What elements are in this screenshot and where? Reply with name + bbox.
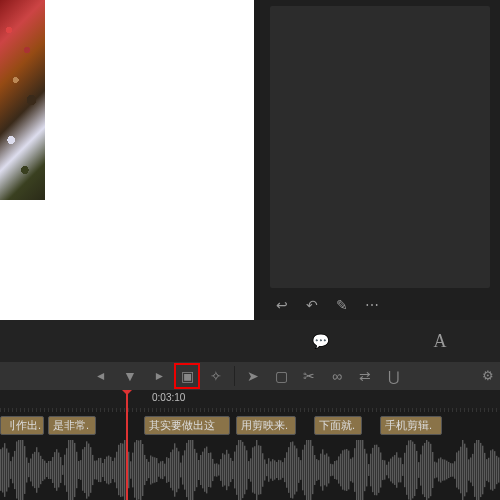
svg-rect-222: [404, 453, 405, 487]
svg-rect-96: [152, 457, 153, 484]
edit-icon[interactable]: ✎: [334, 297, 350, 313]
svg-rect-198: [356, 440, 357, 500]
undo-icon[interactable]: ↶: [304, 297, 320, 313]
svg-rect-269: [498, 457, 499, 482]
svg-rect-104: [168, 458, 169, 482]
svg-rect-49: [58, 453, 59, 488]
svg-rect-217: [394, 455, 395, 485]
cut-icon[interactable]: ✂: [297, 364, 321, 388]
svg-rect-78: [116, 452, 117, 488]
svg-rect-250: [460, 447, 461, 494]
audio-waveform[interactable]: [0, 440, 500, 500]
svg-rect-119: [198, 460, 199, 480]
clip-segment[interactable]: 其实要做出这: [144, 416, 230, 435]
svg-rect-132: [224, 455, 225, 486]
svg-rect-52: [64, 455, 65, 486]
svg-rect-191: [342, 450, 343, 489]
svg-rect-245: [450, 463, 451, 477]
svg-rect-87: [134, 442, 135, 497]
clip-segment[interactable]: 下面就.: [314, 416, 362, 435]
clip-segment[interactable]: 刂作出.: [0, 416, 44, 435]
svg-rect-124: [208, 453, 209, 487]
svg-rect-183: [326, 453, 327, 486]
svg-rect-156: [272, 459, 273, 481]
crop-icon[interactable]: ▢: [269, 364, 293, 388]
svg-rect-90: [140, 440, 141, 500]
svg-rect-203: [366, 454, 367, 487]
comment-icon[interactable]: 💬: [312, 333, 328, 349]
timeline-ruler[interactable]: [0, 408, 500, 412]
svg-rect-113: [186, 443, 187, 497]
text-tool-icon[interactable]: A: [432, 333, 448, 349]
svg-rect-107: [174, 443, 175, 496]
svg-rect-80: [120, 443, 121, 497]
svg-rect-224: [408, 440, 409, 499]
swap-icon[interactable]: ⇄: [353, 364, 377, 388]
svg-rect-263: [486, 459, 487, 481]
svg-rect-57: [74, 443, 75, 497]
return-icon[interactable]: ↩: [274, 297, 290, 313]
properties-panel[interactable]: [270, 6, 490, 288]
svg-rect-159: [278, 460, 279, 480]
svg-rect-236: [432, 452, 433, 488]
svg-rect-24: [8, 453, 9, 488]
svg-rect-197: [354, 448, 355, 492]
svg-rect-75: [110, 457, 111, 483]
svg-rect-195: [350, 459, 351, 482]
svg-rect-30: [20, 440, 21, 500]
wand-icon[interactable]: ✧: [204, 364, 228, 388]
svg-rect-40: [40, 456, 41, 484]
svg-rect-249: [458, 451, 459, 490]
prev-marker-icon[interactable]: ▾: [90, 364, 114, 388]
svg-rect-139: [238, 440, 239, 500]
svg-rect-135: [230, 458, 231, 482]
next-marker-icon[interactable]: ▾: [146, 364, 170, 388]
svg-rect-226: [412, 442, 413, 499]
svg-rect-190: [340, 454, 341, 487]
link-icon[interactable]: ∞: [325, 364, 349, 388]
svg-rect-268: [496, 456, 497, 484]
timecode-value: 0:03:10: [152, 392, 185, 403]
clip-segment[interactable]: 是非常.: [48, 416, 96, 435]
playhead[interactable]: [126, 390, 128, 500]
svg-rect-238: [436, 462, 437, 477]
svg-rect-162: [284, 458, 285, 482]
svg-rect-255: [470, 457, 471, 482]
svg-rect-204: [368, 464, 369, 476]
svg-rect-152: [264, 460, 265, 481]
magnet-icon[interactable]: ⋃: [381, 364, 405, 388]
clip-segment[interactable]: 手机剪辑.: [380, 416, 442, 435]
svg-rect-194: [348, 451, 349, 490]
preview-footer: [0, 320, 260, 362]
svg-rect-109: [178, 451, 179, 488]
more-icon[interactable]: ⋯: [364, 297, 380, 313]
clip-track[interactable]: 刂作出.是非常.其实要做出这用剪映来.下面就.手机剪辑.: [0, 414, 500, 438]
svg-rect-200: [360, 440, 361, 500]
svg-rect-105: [170, 452, 171, 488]
svg-rect-120: [200, 455, 201, 485]
svg-rect-174: [308, 440, 309, 500]
svg-rect-155: [270, 461, 271, 478]
settings-icon[interactable]: ⚙: [482, 368, 494, 383]
svg-rect-88: [136, 440, 137, 500]
timecode-bar[interactable]: [0, 390, 500, 410]
svg-rect-172: [304, 445, 305, 495]
svg-rect-61: [82, 449, 83, 490]
svg-rect-21: [2, 448, 3, 493]
svg-rect-252: [464, 444, 465, 497]
preview-image: [0, 0, 45, 200]
snapshot-icon[interactable]: ▣: [174, 363, 200, 389]
svg-rect-246: [452, 463, 453, 476]
svg-rect-123: [206, 447, 207, 494]
clip-segment[interactable]: 用剪映来.: [236, 416, 296, 435]
svg-rect-25: [10, 461, 11, 479]
svg-rect-257: [474, 443, 475, 497]
pointer-icon[interactable]: ➤: [241, 364, 265, 388]
svg-rect-86: [132, 453, 133, 488]
preview-canvas[interactable]: [0, 0, 254, 320]
svg-rect-125: [210, 453, 211, 488]
marker-down-icon[interactable]: ▼: [118, 364, 142, 388]
svg-rect-55: [70, 440, 71, 500]
svg-rect-37: [34, 452, 35, 488]
svg-rect-118: [196, 453, 197, 487]
